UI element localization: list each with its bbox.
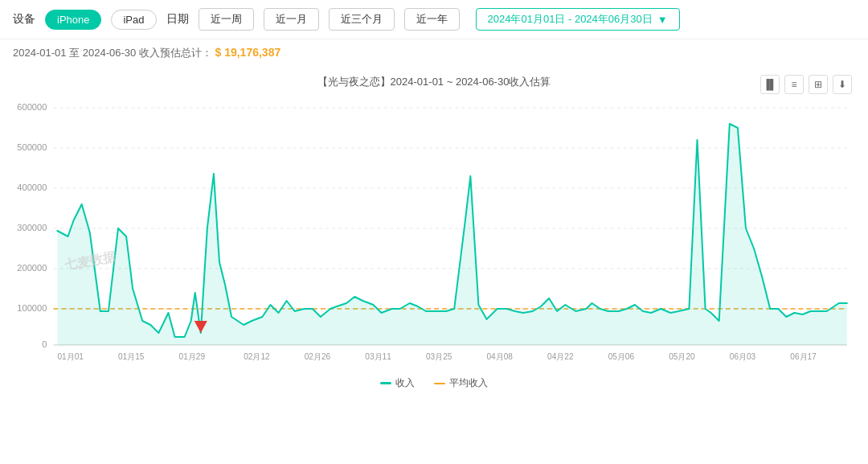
chart-legend: 收入 平均收入: [13, 376, 855, 390]
svg-text:500000: 500000: [17, 142, 47, 152]
avg-legend-dot: [434, 383, 445, 384]
svg-text:04月08: 04月08: [487, 352, 514, 361]
svg-text:01月29: 01月29: [179, 352, 206, 361]
summary-bar: 2024-01-01 至 2024-06-30 收入预估总计： $ 19,176…: [0, 39, 868, 67]
chart-title: 【光与夜之恋】2024-01-01 ~ 2024-06-30收入估算: [13, 75, 855, 89]
chart-container: 【光与夜之恋】2024-01-01 ~ 2024-06-30收入估算 ▐▌ ≡ …: [0, 67, 868, 406]
period-year-button[interactable]: 近一年: [404, 8, 460, 31]
svg-text:06月03: 06月03: [730, 352, 756, 361]
legend-income: 收入: [380, 376, 415, 390]
svg-text:01月15: 01月15: [118, 352, 145, 361]
legend-avg: 平均收入: [434, 376, 488, 390]
svg-text:05月06: 05月06: [608, 352, 635, 361]
summary-text: 2024-01-01 至 2024-06-30 收入预估总计：: [13, 47, 212, 59]
top-bar: 设备 iPhone iPad 日期 近一周 近一月 近三个月 近一年 2024年…: [0, 0, 868, 39]
svg-text:600000: 600000: [17, 102, 47, 112]
svg-text:02月26: 02月26: [305, 352, 331, 361]
svg-marker-28: [57, 124, 847, 345]
list-icon[interactable]: ≡: [784, 75, 804, 94]
avg-legend-label: 平均收入: [449, 376, 488, 390]
svg-text:0: 0: [42, 339, 47, 349]
svg-text:02月12: 02月12: [244, 352, 270, 361]
svg-text:200000: 200000: [17, 263, 47, 273]
chart-icons: ▐▌ ≡ ⊞ ⬇: [760, 75, 852, 94]
download-icon[interactable]: ⬇: [833, 75, 852, 94]
income-legend-label: 收入: [395, 376, 415, 390]
svg-text:400000: 400000: [17, 183, 47, 192]
svg-text:03月25: 03月25: [426, 352, 452, 361]
period-month-button[interactable]: 近一月: [264, 8, 319, 31]
period-week-button[interactable]: 近一周: [199, 8, 254, 31]
ipad-button[interactable]: iPad: [111, 10, 156, 30]
chevron-down-icon: ▼: [657, 14, 668, 26]
svg-text:06月17: 06月17: [790, 352, 817, 361]
svg-text:01月01: 01月01: [57, 352, 84, 361]
iphone-button[interactable]: iPhone: [45, 10, 101, 30]
svg-text:100000: 100000: [17, 303, 47, 313]
svg-text:04月22: 04月22: [547, 352, 574, 361]
svg-text:300000: 300000: [17, 223, 47, 232]
device-label: 设备: [13, 12, 35, 27]
image-icon[interactable]: ⊞: [809, 75, 828, 94]
date-label: 日期: [166, 12, 189, 27]
income-legend-dot: [380, 382, 391, 384]
date-range-text: 2024年01月01日 - 2024年06月30日: [488, 12, 653, 27]
period-three-months-button[interactable]: 近三个月: [329, 8, 395, 31]
summary-amount: $ 19,176,387: [215, 46, 280, 59]
svg-text:03月11: 03月11: [365, 352, 391, 361]
revenue-chart: 600000 500000 400000 300000 200000 10000…: [13, 96, 855, 369]
svg-text:05月20: 05月20: [669, 352, 695, 361]
bar-chart-icon[interactable]: ▐▌: [760, 75, 780, 94]
date-range-picker[interactable]: 2024年01月01日 - 2024年06月30日 ▼: [476, 8, 680, 31]
